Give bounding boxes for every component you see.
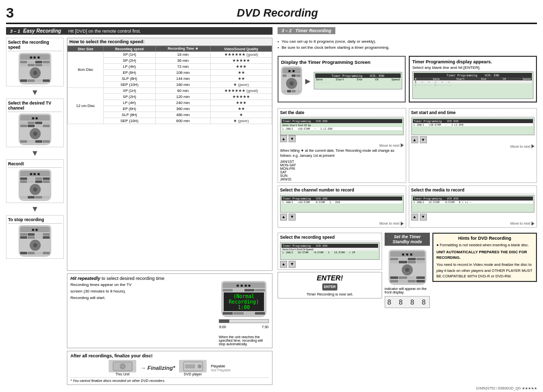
up-btn-media[interactable]: ▲ (411, 214, 418, 221)
hints-text: ● Formatting is not needed when insertin… (436, 242, 533, 279)
display-timer-content: ▣ ▣ (281, 66, 402, 95)
quality-lp-2: ★★★ (211, 100, 272, 106)
rcb (20, 233, 27, 236)
rcb (43, 140, 50, 143)
down-btn-media[interactable]: ▼ (420, 214, 427, 221)
move-next-time: Move to next (510, 145, 530, 148)
up-btn-ch[interactable]: ▲ (280, 214, 287, 221)
page: 3 DVD Recording 3 – 1 Easy Recording Hit… (0, 0, 543, 392)
rcb (20, 122, 27, 124)
step2-box: Select the desired TV channel ▣ ▣ (6, 99, 64, 147)
rcb (233, 289, 243, 291)
rc-btns-4 (20, 140, 50, 143)
sm-row1: L JAN/1 12:57AM -9:57AM 8 ( >) — (413, 201, 533, 204)
st-header: Timer Programming VCR DVD (413, 119, 533, 123)
dvd-unit-svg (113, 361, 133, 371)
rcb (20, 64, 27, 66)
rcb (20, 79, 27, 82)
speed-table-title: How to select the recording speed: (67, 38, 272, 46)
timer-steps-grid: Set the date Timer Programming VCR DVD D… (278, 108, 537, 228)
rcb (28, 233, 35, 236)
rcb (28, 140, 35, 143)
rcb (43, 177, 50, 180)
rcb (223, 289, 233, 291)
step4-title: To stop recording (8, 217, 62, 224)
rcb (35, 125, 42, 127)
down-btn-speed[interactable]: ▼ (289, 261, 296, 268)
cal-item-3: SAT (280, 170, 404, 174)
up-btn-time[interactable]: ▲ (411, 136, 418, 143)
rcb (244, 312, 254, 315)
time-sp-2: 120 min (155, 94, 211, 100)
rc-btns-1 (20, 61, 50, 66)
rcb (20, 125, 27, 127)
step-nav-arrows-media: ▲ ▼ (411, 214, 535, 221)
step-nav-media: Move to next (411, 222, 535, 226)
standby-col: Set the Timer Standby mode ▣ ▣ ▣ (385, 233, 430, 308)
front-display: 8 8 8 8 (385, 296, 430, 308)
quality-slp-2: ★ (211, 112, 272, 118)
step1-title: Select the recording speed (8, 40, 62, 51)
rcb (283, 90, 287, 92)
step-nav-arrows-date: ▲ ▼ (280, 135, 404, 142)
screen-header-row: Timer Programming VCR: EHD (315, 73, 401, 78)
speed-sep-1: SEP (10H) (104, 82, 155, 88)
hint-2: UNIT AUTOMATICALLY PREPARES THE DISC FOR… (436, 249, 533, 261)
display-screen: (Normal Recording) 1:00 (224, 292, 264, 311)
step-date-screen: Timer Programming VCR DVD DateStartEndCH… (280, 118, 404, 135)
rc-top-2: ▣ ▣ (20, 115, 50, 121)
up-btn-date[interactable]: ▲ (280, 135, 287, 142)
speed-slp-2: SLP (8H) (104, 112, 155, 118)
rcb (20, 252, 27, 254)
move-next-date: Move to next (379, 144, 399, 147)
time-start: 8:00 (219, 325, 226, 329)
enter-desc: Timer Recording is now set. (281, 292, 379, 297)
rc-btns-e (223, 312, 265, 315)
rcb (28, 64, 35, 66)
dvd-player-svg (183, 361, 203, 371)
rcb (399, 280, 407, 282)
timer-section-badge: 3 – 2 Timer Recording (278, 27, 335, 34)
speed-enter-col: Select the recording speed Timer Program… (278, 233, 382, 308)
speed-table-box: How to select the recording speed: Disc … (67, 38, 273, 271)
step-nav-arrows-speed: ▲ ▼ (280, 261, 380, 268)
rcb (390, 258, 399, 260)
down-btn-date[interactable]: ▼ (289, 135, 296, 142)
sm-header: Timer Programming VCR DVD (413, 197, 533, 201)
standby-box: Set the Timer Standby mode (385, 233, 430, 246)
timer-prog-appear-screen: Timer Programming VCR: EHD # Date Start … (412, 71, 533, 99)
quality-xp-1: ★★★★★★ (good) (211, 52, 272, 58)
rcb (20, 140, 27, 143)
main-title: DVD Recording (18, 7, 537, 20)
rcb (43, 252, 50, 254)
rc-center-t1 (286, 78, 297, 89)
steps-column: Select the recording speed ▣ ▣ ▣ (6, 38, 64, 385)
down-btn-ch[interactable]: ▼ (289, 214, 296, 221)
speed-sep-2: SEP (10H) (104, 118, 155, 124)
step-nav-time: Move to next (411, 144, 535, 148)
nav-arrow-time (531, 144, 534, 148)
dvd-player-icon (179, 360, 207, 372)
rcb (35, 180, 42, 183)
rcb (20, 180, 27, 183)
rcb (296, 90, 300, 92)
rcb (28, 61, 35, 63)
rcb (43, 125, 50, 127)
timer-prog-screen: Timer Programming VCR: EHD Date Start En… (314, 72, 402, 89)
enter-button-mock[interactable]: ENTER (322, 283, 337, 290)
date-desc: When hitting ▼ at the current date, Time… (280, 148, 404, 158)
rcb (20, 196, 27, 199)
step4-box: To stop recording ▣ ▣ (6, 215, 64, 259)
rcb (28, 79, 35, 82)
rcb (244, 289, 254, 291)
rcb (28, 236, 35, 239)
col-disc-size: Disc Size (68, 46, 104, 52)
up-btn-speed[interactable]: ▲ (280, 261, 287, 268)
display-timer-box: Display the Timer Programming Screen ▣ ▣ (278, 56, 406, 103)
rc-btns-2 (20, 79, 50, 82)
rc-btns-t1 (283, 74, 301, 77)
step-time-title: Set start and end time (411, 110, 535, 117)
down-btn-time[interactable]: ▼ (420, 136, 427, 143)
step2-title: Select the desired TV channel (8, 101, 62, 112)
progress-fill (219, 320, 229, 323)
